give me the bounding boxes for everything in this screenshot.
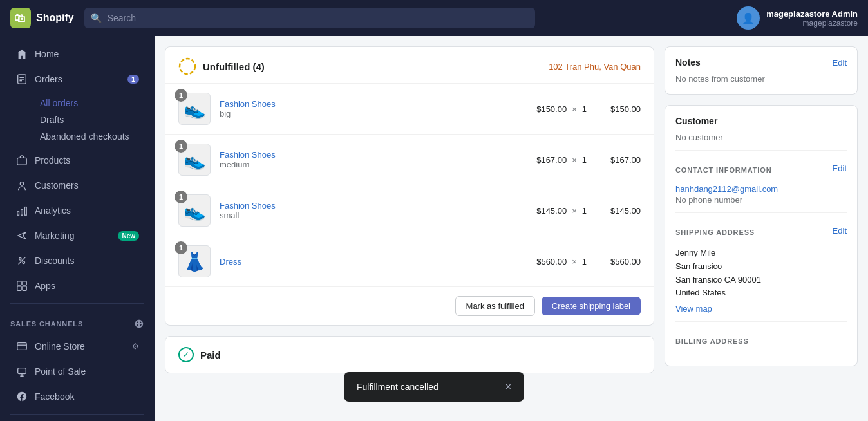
contact-edit-button[interactable]: Edit [833, 164, 847, 173]
svg-rect-15 [23, 281, 26, 285]
toast-message: Fulfillment cancelled [357, 382, 439, 392]
svg-point-21 [180, 59, 195, 74]
sidebar-label-products: Products [35, 155, 139, 165]
item-total-3: $560.00 [596, 257, 641, 267]
search-bar: 🔍 [84, 8, 535, 28]
mark-fulfilled-button[interactable]: Mark as fulfilled [455, 296, 535, 316]
item-unit-price-0: $150.00 [536, 104, 567, 114]
unfulfilled-status-icon [178, 57, 196, 75]
svg-rect-16 [17, 286, 21, 290]
unfulfilled-title: Unfulfilled (4) [203, 61, 265, 72]
shipping-country: United States [675, 286, 847, 300]
unfulfilled-address: 102 Tran Phu, Van Quan [549, 62, 641, 71]
item-name-2[interactable]: Fashion Shoes [220, 201, 527, 210]
item-price-3: $560.00 × 1 [536, 257, 587, 267]
item-name-3[interactable]: Dress [220, 257, 527, 267]
customers-icon [15, 179, 28, 192]
orders-submenu: All orders Drafts Abandoned checkouts [0, 92, 155, 147]
sidebar-item-discounts[interactable]: Discounts [5, 248, 149, 273]
toast-close-button[interactable]: × [505, 381, 511, 393]
contact-email[interactable]: hanhdang2112@gmail.com [675, 184, 847, 194]
unfulfilled-card: Unfulfilled (4) 102 Tran Phu, Van Quan 👟… [165, 46, 654, 326]
item-name-1[interactable]: Fashion Shoes [220, 150, 527, 160]
billing-header: BILLING ADDRESS [675, 330, 847, 349]
main-layout: Home Orders 1 All orders Drafts Abandone… [0, 36, 868, 421]
sidebar-divider-2 [10, 414, 144, 415]
svg-point-12 [23, 261, 25, 264]
order-item: 👟 1 Fashion Shoes small $145.00 × 1 $145… [165, 185, 654, 236]
user-text: mageplazastore Admin mageplazastore [766, 9, 858, 28]
item-x-2: × [572, 206, 577, 216]
item-img-wrap-2: 👟 1 [178, 194, 211, 227]
order-item: 👟 1 Fashion Shoes big $150.00 × 1 $150.0… [165, 84, 654, 135]
svg-rect-6 [17, 158, 26, 165]
item-info-2: Fashion Shoes small [220, 201, 527, 220]
sidebar-label-analytics: Analytics [35, 205, 139, 216]
sidebar-label-customers: Customers [35, 180, 139, 191]
sidebar-item-online-store[interactable]: Online Store ⚙ [5, 334, 149, 359]
billing-section-label: BILLING ADDRESS [675, 337, 749, 345]
item-unit-price-3: $560.00 [536, 257, 567, 267]
item-name-0[interactable]: Fashion Shoes [220, 99, 527, 109]
sidebar-label-online-store: Online Store [35, 341, 126, 351]
top-navigation: 🛍 shopify 🔍 👤 mageplazastore Admin magep… [0, 0, 868, 36]
sidebar-sub-drafts[interactable]: Drafts [30, 111, 155, 128]
sidebar-item-marketing[interactable]: Marketing New [5, 223, 149, 248]
notes-edit-button[interactable]: Edit [833, 58, 847, 68]
order-item: 👗 1 Dress $560.00 × 1 $560.00 [165, 236, 654, 287]
online-store-icon [15, 340, 28, 353]
sidebar-divider [10, 303, 144, 304]
shipping-edit-button[interactable]: Edit [833, 226, 847, 236]
apps-icon [15, 279, 28, 292]
paid-icon: ✓ [178, 347, 194, 362]
svg-rect-9 [21, 209, 23, 215]
svg-rect-18 [17, 343, 26, 350]
discounts-icon [15, 254, 28, 267]
sidebar-item-apps[interactable]: Apps [5, 274, 149, 298]
sidebar-sub-all-orders[interactable]: All orders [30, 95, 155, 111]
analytics-icon [15, 204, 28, 217]
sidebar-item-pos[interactable]: Point of Sale [5, 359, 149, 384]
svg-rect-17 [23, 286, 26, 290]
item-variant-0: big [220, 109, 527, 118]
sidebar: Home Orders 1 All orders Drafts Abandone… [0, 36, 155, 421]
shopify-logo-icon: 🛍 [10, 8, 31, 28]
sidebar-label-apps: Apps [35, 281, 139, 291]
customer-panel: Customer No customer CONTACT INFORMATION… [665, 105, 858, 366]
sidebar-item-products[interactable]: Products [5, 148, 149, 173]
sidebar-label-home: Home [35, 49, 139, 59]
shipping-city-state: San fransico CA 90001 [675, 274, 847, 287]
create-shipping-label-button[interactable]: Create shipping label [542, 297, 641, 315]
item-total-1: $167.00 [596, 155, 641, 165]
online-store-settings-icon: ⚙ [132, 342, 139, 351]
item-x-3: × [572, 257, 577, 267]
sidebar-item-home[interactable]: Home [5, 42, 149, 66]
sidebar-item-facebook[interactable]: Facebook [5, 384, 149, 409]
sidebar-item-customers[interactable]: Customers [5, 173, 149, 198]
contact-divider [675, 150, 847, 151]
sidebar-sub-abandoned[interactable]: Abandoned checkouts [30, 128, 155, 145]
item-info-1: Fashion Shoes medium [220, 150, 527, 169]
view-map-link[interactable]: View map [675, 304, 847, 313]
item-img-wrap-3: 👗 1 [178, 245, 211, 277]
item-qty-badge-1: 1 [175, 140, 187, 153]
item-x-1: × [572, 155, 577, 165]
brand-logo[interactable]: 🛍 shopify [10, 8, 74, 28]
contact-phone: No phone number [675, 195, 847, 205]
user-info[interactable]: 👤 mageplazastore Admin mageplazastore [737, 6, 858, 30]
item-info-3: Dress [220, 257, 527, 267]
search-icon: 🔍 [91, 13, 102, 23]
item-qty-badge-2: 1 [175, 191, 187, 203]
sidebar-label-orders: Orders [35, 74, 121, 84]
sidebar-item-orders[interactable]: Orders 1 [5, 67, 149, 91]
sidebar-item-analytics[interactable]: Analytics [5, 198, 149, 223]
svg-rect-8 [17, 212, 19, 215]
paid-card: ✓ Paid [165, 336, 654, 373]
item-x-0: × [572, 104, 577, 114]
shipping-header: SHIPPING ADDRESS Edit [675, 221, 847, 240]
add-sales-channel-icon[interactable]: ⊕ [134, 317, 144, 331]
products-icon [15, 154, 28, 167]
item-qty-2: 1 [582, 206, 587, 216]
search-input[interactable] [84, 8, 535, 28]
svg-rect-14 [17, 281, 21, 285]
